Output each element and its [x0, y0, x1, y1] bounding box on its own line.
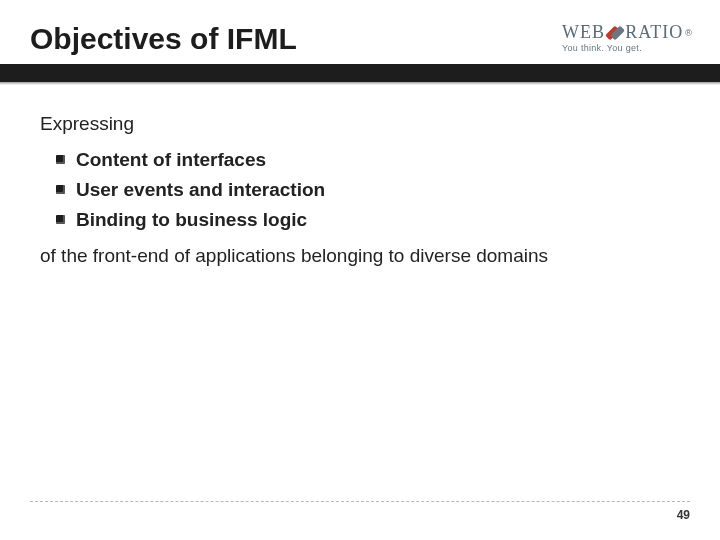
- list-item: Content of interfaces: [56, 149, 690, 171]
- slide-body: Expressing Content of interfaces User ev…: [0, 85, 720, 267]
- logo-text-ratio: RATIO: [625, 22, 683, 43]
- logo-wordmark: WEB RATIO ®: [562, 22, 692, 43]
- bullet-list: Content of interfaces User events and in…: [40, 149, 690, 231]
- logo-registered-mark: ®: [685, 28, 692, 38]
- brand-logo: WEB RATIO ® You think. You get.: [562, 22, 692, 53]
- page-number: 49: [677, 508, 690, 522]
- lead-text: Expressing: [40, 113, 690, 135]
- tail-text: of the front-end of applications belongi…: [40, 245, 690, 267]
- logo-text-web: WEB: [562, 22, 605, 43]
- title-underline-bar: [0, 64, 720, 82]
- list-item: User events and interaction: [56, 179, 690, 201]
- logo-tagline: You think. You get.: [562, 43, 692, 53]
- list-item: Binding to business logic: [56, 209, 690, 231]
- footer-divider: [30, 501, 690, 502]
- slide: Objectives of IFML WEB RATIO ® You think…: [0, 0, 720, 540]
